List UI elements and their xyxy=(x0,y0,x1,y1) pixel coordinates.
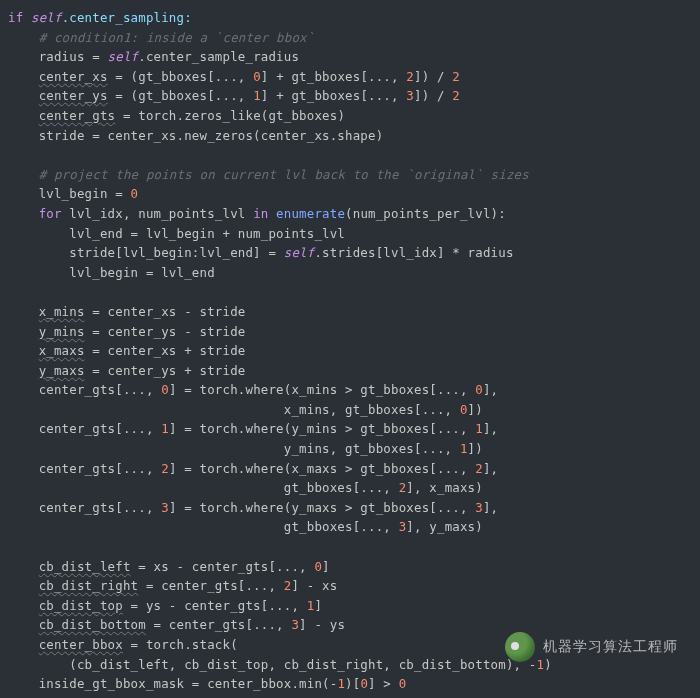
code-block: if self.center_sampling: # condition1: i… xyxy=(0,0,700,698)
code-token: 0 xyxy=(253,69,261,84)
code-token: x_mins xyxy=(39,304,85,319)
code-line: stride = center_xs.new_zeros(center_xs.s… xyxy=(8,128,383,143)
code-token: ], y_maxs) xyxy=(406,519,483,534)
code-token: cb_dist_left xyxy=(39,559,131,574)
code-token: ] = torch.where(y_mins > gt_bboxes[..., xyxy=(169,421,475,436)
code-line: lvl_end = lvl_begin + num_points_lvl xyxy=(8,226,345,241)
code-token: ], x_maxs) xyxy=(406,480,483,495)
code-token: x_maxs xyxy=(39,343,85,358)
code-token: = torch.zeros_like(gt_bboxes) xyxy=(115,108,345,123)
code-token: (num_points_per_lvl): xyxy=(345,206,506,221)
code-token: ] > xyxy=(368,676,399,691)
code-line: cb_dist_left = xs - center_gts[..., 0] xyxy=(8,559,330,574)
code-token: ] xyxy=(322,559,330,574)
code-token: 3 xyxy=(406,88,414,103)
code-token: stride[lvl_begin:lvl_end] = xyxy=(69,245,283,260)
code-token: ] = torch.where(x_maxs > gt_bboxes[..., xyxy=(169,461,475,476)
code-token: 0 xyxy=(399,676,407,691)
code-token: 1 xyxy=(161,421,169,436)
code-line: lvl_begin = lvl_end xyxy=(8,265,215,280)
code-line xyxy=(8,147,39,162)
code-line: for lvl_idx, num_points_lvl in enumerate… xyxy=(8,206,506,221)
code-token: center_xs xyxy=(39,69,108,84)
code-token: ] xyxy=(314,598,322,613)
code-token: 0 xyxy=(460,402,468,417)
code-token: = center_gts[..., xyxy=(138,578,284,593)
code-line: # condition1: inside a `center bbox` xyxy=(8,30,314,45)
code-line: center_xs = (gt_bboxes[..., 0] + gt_bbox… xyxy=(8,69,460,84)
code-token: 2 xyxy=(452,88,460,103)
code-token: inside_gt_bbox_mask = center_bbox.min(- xyxy=(39,676,338,691)
code-token: ] + gt_bboxes[..., xyxy=(261,88,407,103)
code-line: x_mins, gt_bboxes[..., 0]) xyxy=(8,402,483,417)
code-token: center_gts[..., xyxy=(39,382,162,397)
code-token: ]) / xyxy=(414,88,452,103)
code-line: center_bbox = torch.stack( xyxy=(8,637,238,652)
code-token: 2 xyxy=(161,461,169,476)
code-token: 2 xyxy=(452,69,460,84)
code-token: lvl_begin = lvl_end xyxy=(69,265,215,280)
code-token: if xyxy=(8,10,31,25)
code-line: x_maxs = center_xs + stride xyxy=(8,343,245,358)
code-line: lvl_begin = 0 xyxy=(8,186,138,201)
code-token: 3 xyxy=(161,500,169,515)
code-token: lvl_end = lvl_begin + num_points_lvl xyxy=(69,226,345,241)
code-token: = center_xs - stride xyxy=(85,304,246,319)
code-token: center_bbox xyxy=(39,637,123,652)
code-token: = (gt_bboxes[..., xyxy=(108,88,254,103)
code-token: lvl_idx, num_points_lvl xyxy=(69,206,253,221)
code-line: x_mins = center_xs - stride xyxy=(8,304,245,319)
code-token: cb_dist_right xyxy=(39,578,139,593)
code-token: ] = torch.where(y_maxs > gt_bboxes[..., xyxy=(169,500,475,515)
code-token: 0 xyxy=(131,186,139,201)
code-line: y_mins, gt_bboxes[..., 1]) xyxy=(8,441,483,456)
code-line: # project the points on current lvl back… xyxy=(8,167,529,182)
code-token: (cb_dist_left, cb_dist_top, cb_dist_righ… xyxy=(69,657,536,672)
code-line: cb_dist_top = ys - center_gts[..., 1] xyxy=(8,598,322,613)
code-line: if self.center_sampling: xyxy=(8,10,192,25)
code-token: ], xyxy=(483,382,498,397)
code-token: 2 xyxy=(475,461,483,476)
code-token: stride = center_xs.new_zeros(center_xs.s… xyxy=(39,128,384,143)
wechat-logo-icon xyxy=(505,632,535,662)
code-token: = xs - center_gts[..., xyxy=(131,559,315,574)
watermark-text: 机器学习算法工程师 xyxy=(543,638,678,656)
code-token: x_mins, gt_bboxes[..., xyxy=(39,402,460,417)
code-token: .center_sample_radius xyxy=(138,49,299,64)
code-token: ]) / xyxy=(414,69,452,84)
code-token: = center_ys + stride xyxy=(85,363,246,378)
code-line: center_gts = torch.zeros_like(gt_bboxes) xyxy=(8,108,345,123)
code-token: ] - xs xyxy=(291,578,337,593)
code-token: 0 xyxy=(314,559,322,574)
code-token: enumerate xyxy=(276,206,345,221)
code-line: stride[lvl_begin:lvl_end] = self.strides… xyxy=(8,245,514,260)
code-token: 3 xyxy=(291,617,299,632)
code-token: = ys - center_gts[..., xyxy=(123,598,307,613)
code-token: 1 xyxy=(475,421,483,436)
code-token: 1 xyxy=(460,441,468,456)
code-token: )[ xyxy=(345,676,360,691)
code-token: # project the points on current lvl back… xyxy=(39,167,529,182)
code-line: center_gts[..., 3] = torch.where(y_maxs … xyxy=(8,500,498,515)
code-token: .center_sampling: xyxy=(62,10,192,25)
code-token: y_maxs xyxy=(39,363,85,378)
code-token: cb_dist_top xyxy=(39,598,123,613)
code-token: ]) xyxy=(468,441,483,456)
code-token: ] - ys xyxy=(299,617,345,632)
code-line: gt_bboxes[..., 3], y_maxs) xyxy=(8,519,483,534)
code-token: 3 xyxy=(475,500,483,515)
code-token: = (gt_bboxes[..., xyxy=(108,69,254,84)
code-token: y_mins xyxy=(39,324,85,339)
code-token: cb_dist_bottom xyxy=(39,617,146,632)
code-line: y_mins = center_ys - stride xyxy=(8,324,245,339)
code-token: center_ys xyxy=(39,88,108,103)
code-token: for xyxy=(39,206,70,221)
code-token: radius = xyxy=(39,49,108,64)
code-token: 0 xyxy=(161,382,169,397)
code-line xyxy=(8,284,39,299)
code-token: ] + gt_bboxes[..., xyxy=(261,69,407,84)
code-token: ]) xyxy=(468,402,483,417)
watermark: 机器学习算法工程师 xyxy=(505,632,678,662)
code-token: self xyxy=(108,49,139,64)
code-line: radius = self.center_sample_radius xyxy=(8,49,299,64)
